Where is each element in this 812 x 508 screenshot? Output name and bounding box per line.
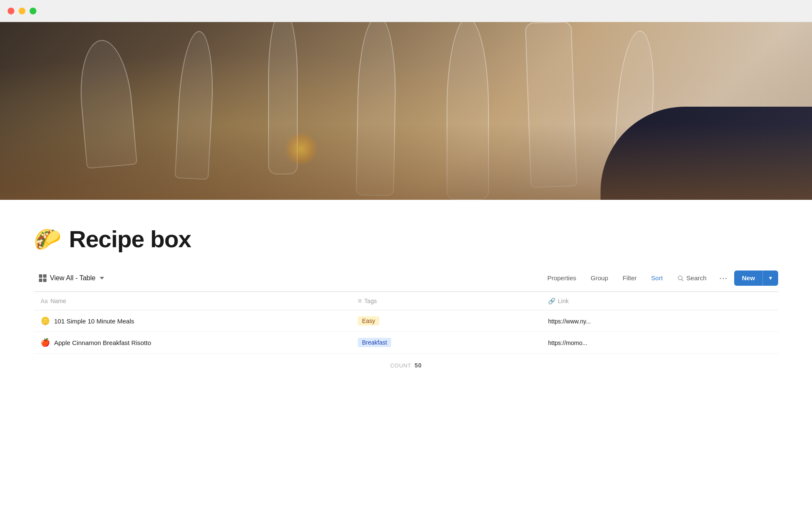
toolbar-left: View All - Table [34,271,541,285]
row-emoji: 🍎 [41,338,50,347]
count-row: COUNT 50 [34,353,778,377]
row-title-text: 101 Simple 10 Minute Meals [54,318,134,325]
new-button[interactable]: New ▼ [734,271,778,286]
row-link-text: https://www.ny... [548,318,591,325]
new-button-dropdown-icon[interactable]: ▼ [763,271,778,285]
more-options-button[interactable]: ··· [715,270,732,286]
toolbar-right: Properties Group Filter Sort Search ··· … [541,270,778,286]
count-label: COUNT [390,362,411,369]
column-link[interactable]: 🔗 Link [541,292,778,310]
page-title: Recipe box [69,225,191,253]
hero-image [0,22,812,200]
page-title-row: 🌮 Recipe box [34,225,778,253]
name-col-label: Name [50,298,66,304]
column-tags[interactable]: ≡ Tags [351,292,541,310]
table-header-row: Aa Name ≡ Tags 🔗 Link [34,292,778,310]
search-label: Search [686,274,707,282]
filter-button[interactable]: Filter [617,271,642,285]
recipe-table: Aa Name ≡ Tags 🔗 Link [34,292,778,353]
minimize-button[interactable] [19,8,25,14]
svg-line-1 [682,279,683,281]
row-name-cell: 🪙 101 Simple 10 Minute Meals [34,310,351,332]
row-link-text: https://momo... [548,340,587,346]
group-button[interactable]: Group [585,271,614,285]
new-button-label: New [734,271,763,285]
svg-point-0 [678,276,682,279]
content-area: 🌮 Recipe box View All - Table Properties… [0,200,812,377]
table-view-icon [39,274,47,282]
group-label: Group [591,274,609,282]
properties-button[interactable]: Properties [541,271,582,285]
row-link-cell: https://www.ny... [541,310,778,332]
link-col-icon: 🔗 [548,298,555,304]
sort-label: Sort [651,274,663,282]
close-button[interactable] [8,8,14,14]
column-name[interactable]: Aa Name [34,292,351,310]
name-col-icon: Aa [41,298,48,304]
row-link-cell: https://momo... [541,332,778,353]
sort-button[interactable]: Sort [645,271,669,285]
tags-col-label: Tags [364,298,377,304]
chevron-down-icon [100,277,104,279]
search-icon [677,275,684,282]
maximize-button[interactable] [30,8,36,14]
count-value: 50 [414,362,422,369]
row-name-cell: 🍎 Apple Cinnamon Breakfast Risotto [34,332,351,353]
link-col-label: Link [558,298,569,304]
table-row[interactable]: 🍎 Apple Cinnamon Breakfast Risotto Break… [34,332,778,353]
tag-easy: Easy [358,316,379,326]
search-button[interactable]: Search [671,271,713,285]
row-tags-cell: Breakfast [351,332,541,353]
page-emoji: 🌮 [34,228,61,250]
tags-col-icon: ≡ [358,297,362,305]
properties-label: Properties [547,274,576,282]
tag-breakfast: Breakfast [358,338,391,347]
filter-label: Filter [623,274,636,282]
table-row[interactable]: 🪙 101 Simple 10 Minute Meals Easy https:… [34,310,778,332]
view-all-label: View All - Table [50,274,96,282]
row-title-text: Apple Cinnamon Breakfast Risotto [54,339,151,346]
row-emoji: 🪙 [41,316,50,326]
toolbar: View All - Table Properties Group Filter… [34,270,778,292]
view-all-button[interactable]: View All - Table [34,271,109,285]
row-tags-cell: Easy [351,310,541,332]
titlebar [0,0,812,22]
